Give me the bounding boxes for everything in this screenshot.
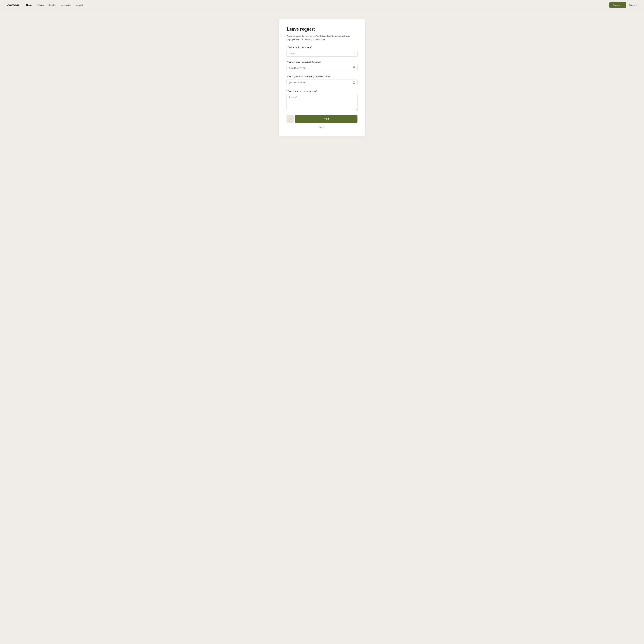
form-card: Leave request Please complete the form b… — [279, 19, 365, 136]
reason-label: What is the reason for your leave? — [287, 90, 357, 92]
nav-right: Contact us Joanna ▾ — [609, 2, 637, 8]
user-name: Joanna — [629, 4, 635, 6]
nav-documents[interactable]: Documents — [61, 4, 71, 6]
start-date-label: What was your start date at Ralph Inc? — [287, 61, 357, 63]
main-content: Leave request Please complete the form b… — [0, 10, 644, 145]
nav-links: Home Policies Benefits Documents Support — [26, 4, 609, 6]
state-group: Which state do you work in? State* Alaba… — [287, 46, 357, 56]
back-button[interactable]: ‹ — [287, 115, 294, 123]
nav-policies[interactable]: Policies — [37, 4, 44, 6]
form-title: Leave request — [287, 26, 357, 32]
nav-home[interactable]: Home — [26, 4, 32, 6]
start-date-group: What was your start date at Ralph Inc? — [287, 61, 357, 71]
reason-textarea[interactable] — [287, 94, 357, 110]
leave-date-input[interactable] — [287, 79, 357, 86]
leave-date-group: What is your expected first day of perso… — [287, 75, 357, 86]
nav-support[interactable]: Support — [76, 4, 83, 6]
start-date-input[interactable] — [287, 65, 357, 71]
state-label: Which state do you work in? — [287, 46, 357, 49]
reason-group: What is the reason for your leave? — [287, 90, 357, 111]
leave-date-wrapper — [287, 79, 357, 86]
contact-button[interactable]: Contact us — [609, 2, 627, 8]
cancel-link[interactable]: Cancel — [287, 126, 357, 128]
button-row: ‹ Next — [287, 115, 357, 123]
next-button[interactable]: Next — [295, 115, 357, 123]
leave-date-label: What is your expected first day of perso… — [287, 75, 357, 78]
back-chevron-icon: ‹ — [290, 118, 290, 120]
user-menu[interactable]: Joanna ▾ — [629, 4, 637, 6]
chevron-down-icon: ▾ — [636, 4, 637, 6]
form-description: Please complete the form below. We'll sh… — [287, 34, 357, 41]
navbar: cocoon Home Policies Benefits Documents … — [0, 0, 644, 10]
start-date-wrapper — [287, 65, 357, 71]
logo: cocoon — [7, 3, 19, 7]
nav-benefits[interactable]: Benefits — [48, 4, 56, 6]
state-select[interactable]: State* Alabama Alaska Arizona California… — [287, 50, 357, 56]
